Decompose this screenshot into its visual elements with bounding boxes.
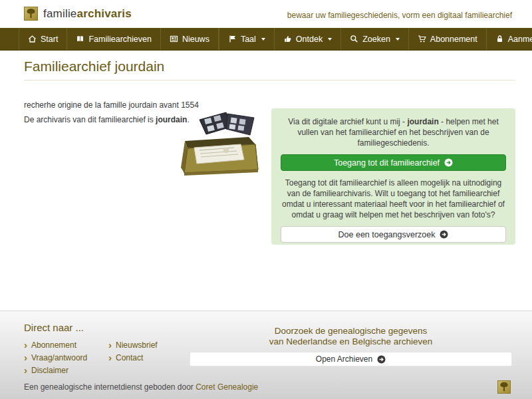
language-flag-icon (228, 35, 237, 43)
title-divider (24, 80, 515, 80)
panel-text-2: Toegang tot dit familiearchief is alleen… (281, 178, 506, 220)
familiearchivaris-page: familiearchivaris bewaar uw familiegesch… (0, 0, 532, 399)
chevron-right-icon: › (108, 342, 112, 348)
archivist-line: De archivaris van dit familiearchief is … (24, 115, 190, 124)
chevron-down-icon (396, 38, 400, 41)
footer-link-abonnement[interactable]: ›Abonnement (24, 340, 76, 350)
arrow-circle-right-icon (440, 230, 448, 239)
access-archive-button[interactable]: Toegang tot dit familiearchief (281, 154, 506, 171)
nav-item-nieuws[interactable]: Nieuws (160, 28, 219, 50)
nav-item-aanmelden[interactable]: Aanmelden (486, 28, 532, 50)
search-icon (350, 35, 358, 43)
arrow-circle-right-icon (444, 158, 453, 167)
footer-link-vraag-antwoord[interactable]: ›Vraag/antwoord (24, 353, 87, 362)
access-panel: Via dit digitale archief kunt u mij - jo… (271, 108, 515, 245)
chevron-right-icon: › (108, 354, 112, 361)
chevron-down-icon (261, 38, 265, 41)
newspaper-icon (170, 35, 178, 43)
home-icon (28, 35, 37, 43)
lock-icon (495, 35, 504, 43)
chevron-right-icon: › (24, 342, 27, 348)
request-access-button[interactable]: Doe een toegangsverzoek (281, 226, 506, 243)
open-archieven-text: Doorzoek de genealogische gegevens van N… (190, 326, 512, 347)
nav-item-familiearchieven[interactable]: Familiearchieven (66, 28, 160, 50)
pointing-hand-icon (283, 35, 292, 43)
footer-link-contact[interactable]: ›Contact (108, 353, 143, 362)
archive-box-image (168, 106, 274, 176)
nav-item-start[interactable]: Start (19, 28, 66, 50)
nav-right-group: Taal Ontdek Zoeken Abonnement Aanmelden (219, 28, 532, 50)
footer-tree-logo-icon (497, 380, 511, 394)
coret-genealogie-link[interactable]: Coret Genealogie (196, 382, 258, 392)
nav-left-group: Start Familiearchieven Nieuws (19, 28, 219, 50)
nav-item-ontdek[interactable]: Ontdek (274, 28, 340, 50)
nav-item-abonnement[interactable]: Abonnement (408, 28, 486, 50)
book-icon (76, 35, 84, 43)
footer-link-nieuwsbrief[interactable]: ›Nieuwsbrief (108, 340, 158, 350)
tree-logo-icon[interactable] (24, 7, 38, 21)
main-navbar: Start Familiearchieven Nieuws Taal Ontde… (0, 28, 532, 51)
arrow-circle-right-icon (377, 355, 386, 364)
chevron-right-icon: › (24, 367, 27, 374)
footer: Direct naar ... ›Abonnement ›Vraag/antwo… (0, 311, 532, 399)
panel-text-1: Via dit digitale archief kunt u mij - jo… (281, 116, 506, 148)
chevron-right-icon: › (24, 354, 27, 361)
direct-naar-heading: Direct naar ... (24, 322, 84, 333)
open-archieven-button[interactable]: Open Archieven (190, 352, 512, 366)
header: familiearchivaris bewaar uw familiegesch… (0, 0, 532, 28)
nav-item-taal[interactable]: Taal (219, 28, 274, 50)
brand-name[interactable]: familiearchivaris (43, 7, 132, 21)
cart-icon (418, 35, 426, 43)
credit-line: Een genealogische internetdienst geboden… (24, 382, 258, 392)
nav-item-zoeken[interactable]: Zoeken (340, 28, 408, 50)
chevron-down-icon (328, 38, 332, 41)
tagline: bewaar uw familiegeschiedenis, vorm een … (287, 11, 512, 20)
page-title: Familiearchief jourdain (24, 59, 164, 74)
footer-link-disclaimer[interactable]: ›Disclaimer (24, 366, 68, 375)
